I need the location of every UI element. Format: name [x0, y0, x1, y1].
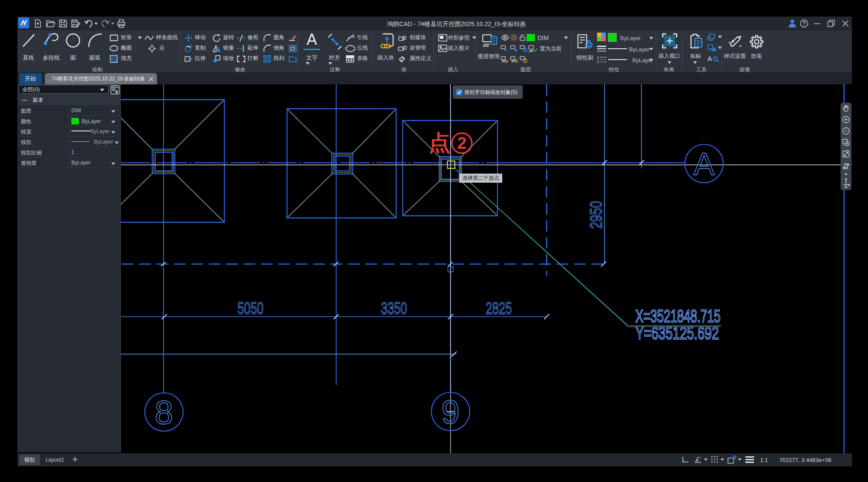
svg-text:2950: 2950	[587, 201, 605, 229]
svg-text:5050: 5050	[237, 299, 264, 318]
svg-text:3350: 3350	[381, 299, 407, 318]
svg-text:A: A	[351, 34, 355, 39]
svg-text:点: 点	[429, 131, 451, 155]
svg-text:A: A	[694, 147, 714, 181]
svg-text:8: 8	[155, 394, 173, 431]
svg-text:9: 9	[441, 393, 460, 430]
svg-text:Y=635125.692: Y=635125.692	[635, 323, 719, 343]
svg-text:2825: 2825	[486, 299, 512, 318]
svg-text:2: 2	[457, 134, 466, 152]
